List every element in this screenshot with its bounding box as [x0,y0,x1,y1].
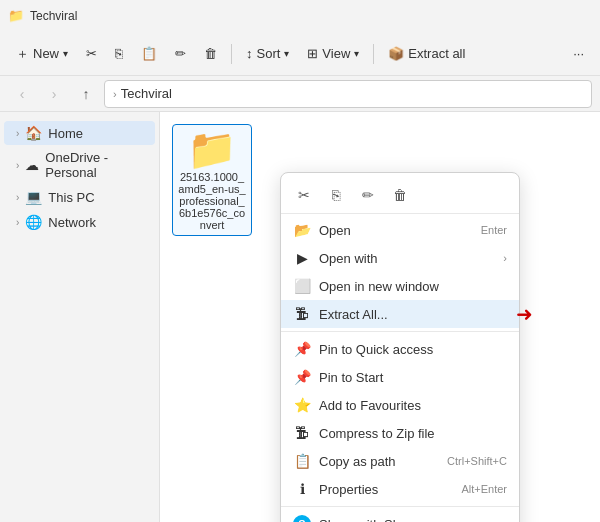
delete-icon: 🗑 [204,46,217,61]
window-title: Techviral [30,9,77,23]
network-icon: 🌐 [25,214,42,230]
ctx-properties[interactable]: ℹ Properties Alt+Enter [281,475,519,503]
favourites-icon: ⭐ [293,396,311,414]
copy-icon: ⎘ [115,46,123,61]
window-icon: 📁 [8,8,24,24]
ctx-cut-button[interactable]: ✂ [289,181,319,209]
expand-icon: › [16,128,19,139]
paste-icon: 📋 [141,46,157,61]
sidebar-item-thispc[interactable]: › 💻 This PC [4,185,155,209]
ctx-pin-quick[interactable]: 📌 Pin to Quick access [281,335,519,363]
separator2 [373,44,374,64]
pin-quick-icon: 📌 [293,340,311,358]
sidebar-item-onedrive[interactable]: › ☁ OneDrive - Personal [4,146,155,184]
new-button[interactable]: ＋ New ▾ [8,41,76,67]
red-arrow-indicator: ➜ [516,302,533,326]
expand-icon: › [16,160,19,171]
ctx-rename-button[interactable]: ✏ [353,181,383,209]
extract-icon: 🗜 [293,305,311,323]
rename-icon: ✏ [175,46,186,61]
sort-button[interactable]: ↕ Sort ▾ [238,42,297,65]
expand-icon: › [16,217,19,228]
view-dropdown-icon: ▾ [354,48,359,59]
sidebar-label-network: Network [48,215,96,230]
sidebar-item-network[interactable]: › 🌐 Network [4,210,155,234]
ctx-copy-path[interactable]: 📋 Copy as path Ctrl+Shift+C [281,447,519,475]
address-bar: ‹ › ↑ › Techviral [0,76,600,112]
ctx-open[interactable]: 📂 Open Enter [281,216,519,244]
onedrive-icon: ☁ [25,157,39,173]
pin-start-icon: 📌 [293,368,311,386]
more-button[interactable]: ··· [565,42,592,65]
extract-all-button[interactable]: 📦 Extract all [380,42,473,65]
new-icon: ＋ [16,45,29,63]
sort-dropdown-icon: ▾ [284,48,289,59]
skype-icon: S [293,515,311,522]
context-menu: ✂ ⎘ ✏ 🗑 📂 Open Enter ▶ Open with › ⬜ Ope… [280,172,520,522]
new-window-icon: ⬜ [293,277,311,295]
folder-item[interactable]: 📁 25163.1000_amd5_en-us_professional_6b1… [172,124,252,236]
sidebar-item-home[interactable]: › 🏠 Home [4,121,155,145]
delete-button[interactable]: 🗑 [196,42,225,65]
sort-icon: ↕ [246,46,253,61]
file-area: 📁 25163.1000_amd5_en-us_professional_6b1… [160,112,600,522]
open-icon: 📂 [293,221,311,239]
ctx-extract-all[interactable]: 🗜 Extract All... ➜ [281,300,519,328]
ctx-open-with[interactable]: ▶ Open with › [281,244,519,272]
ctx-share-skype[interactable]: S Share with Skype [281,510,519,522]
properties-icon: ℹ [293,480,311,498]
ctx-copy-button[interactable]: ⎘ [321,181,351,209]
up-button[interactable]: ↑ [72,80,100,108]
new-dropdown-icon: ▾ [63,48,68,59]
ctx-add-favourites[interactable]: ⭐ Add to Favourites [281,391,519,419]
sidebar-label-home: Home [48,126,83,141]
ctx-open-new-window[interactable]: ⬜ Open in new window [281,272,519,300]
ctx-compress-zip[interactable]: 🗜 Compress to Zip file [281,419,519,447]
context-toolbar: ✂ ⎘ ✏ 🗑 [281,177,519,214]
toolbar: ＋ New ▾ ✂ ⎘ 📋 ✏ 🗑 ↕ Sort ▾ ⊞ View ▾ 📦 Ex… [0,32,600,76]
compress-icon: 🗜 [293,424,311,442]
sidebar-label-onedrive: OneDrive - Personal [45,150,143,180]
ctx-separator-2 [281,506,519,507]
folder-label: 25163.1000_amd5_en-us_professional_6b1e5… [177,171,247,231]
forward-button[interactable]: › [40,80,68,108]
sidebar: › 🏠 Home › ☁ OneDrive - Personal › 💻 Thi… [0,112,160,522]
breadcrumb-arrow: › [113,88,117,100]
ctx-delete-button[interactable]: 🗑 [385,181,415,209]
breadcrumb-path: Techviral [121,86,172,101]
rename-button[interactable]: ✏ [167,42,194,65]
ctx-pin-start[interactable]: 📌 Pin to Start [281,363,519,391]
view-icon: ⊞ [307,46,318,61]
separator [231,44,232,64]
folder-icon: 📁 [187,129,237,169]
address-path[interactable]: › Techviral [104,80,592,108]
submenu-arrow: › [503,252,507,264]
title-bar: 📁 Techviral [0,0,600,32]
expand-icon: › [16,192,19,203]
back-button[interactable]: ‹ [8,80,36,108]
open-with-icon: ▶ [293,249,311,267]
main-area: › 🏠 Home › ☁ OneDrive - Personal › 💻 Thi… [0,112,600,522]
view-button[interactable]: ⊞ View ▾ [299,42,367,65]
cut-icon: ✂ [86,46,97,61]
paste-button[interactable]: 📋 [133,42,165,65]
copy-path-icon: 📋 [293,452,311,470]
copy-button[interactable]: ⎘ [107,42,131,65]
extract-icon: 📦 [388,46,404,61]
thispc-icon: 💻 [25,189,42,205]
ctx-separator-1 [281,331,519,332]
cut-button[interactable]: ✂ [78,42,105,65]
home-icon: 🏠 [25,125,42,141]
sidebar-label-thispc: This PC [48,190,94,205]
